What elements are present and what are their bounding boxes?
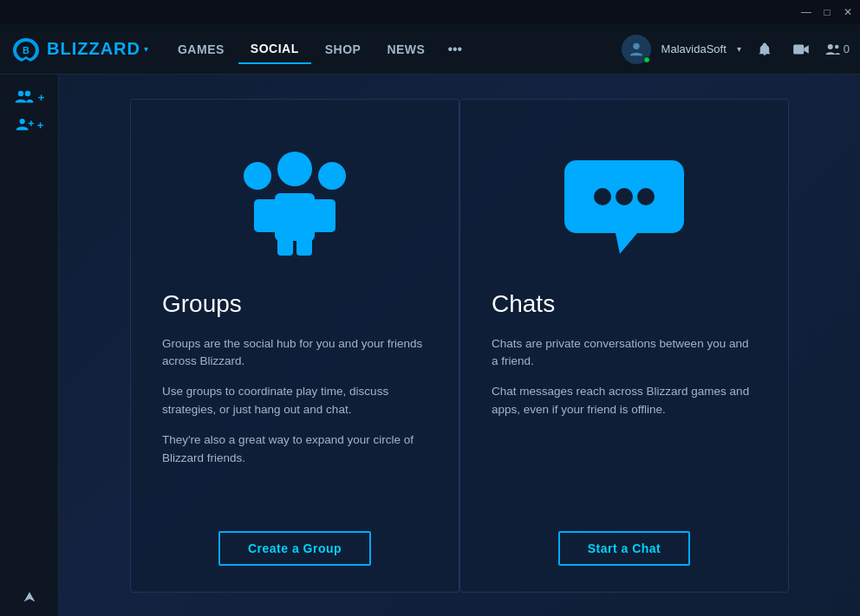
nav-social[interactable]: SOCIAL bbox=[238, 35, 311, 64]
minimize-button[interactable]: — bbox=[799, 5, 813, 19]
create-group-button[interactable]: Create a Group bbox=[218, 531, 371, 566]
svg-rect-16 bbox=[254, 199, 278, 232]
svg-point-8 bbox=[19, 119, 24, 124]
nav-news[interactable]: NEWS bbox=[375, 36, 437, 63]
chats-illustration bbox=[559, 143, 689, 264]
sidebar-arrow-button[interactable] bbox=[23, 589, 36, 606]
svg-point-13 bbox=[244, 162, 271, 190]
nav-games[interactable]: GAMES bbox=[166, 36, 237, 63]
chats-card-description: Chats are private conversations between … bbox=[492, 335, 757, 510]
logo-caret: ▾ bbox=[144, 44, 148, 54]
svg-rect-15 bbox=[275, 193, 315, 241]
svg-point-5 bbox=[835, 44, 839, 49]
title-bar: — □ ✕ bbox=[0, 0, 860, 24]
groups-card-icon bbox=[225, 134, 364, 273]
svg-point-22 bbox=[637, 188, 655, 205]
svg-text:B: B bbox=[23, 45, 29, 55]
friends-button[interactable]: 0 bbox=[824, 42, 850, 56]
close-button[interactable]: ✕ bbox=[841, 5, 855, 19]
group-icon bbox=[14, 88, 35, 106]
chats-card-title: Chats bbox=[492, 290, 555, 318]
chats-desc-1: Chats are private conversations between … bbox=[492, 335, 757, 372]
friends-count-label: 0 bbox=[844, 42, 850, 55]
svg-point-20 bbox=[594, 188, 611, 205]
main-layout: + + bbox=[0, 75, 860, 616]
notifications-button[interactable] bbox=[752, 36, 778, 62]
groups-card-title: Groups bbox=[162, 290, 242, 318]
arrow-icon bbox=[23, 589, 36, 603]
content-area: Groups Groups are the social hub for you… bbox=[59, 75, 860, 616]
person-icon bbox=[15, 116, 34, 133]
username-caret[interactable]: ▾ bbox=[737, 44, 741, 54]
svg-rect-18 bbox=[277, 237, 293, 256]
svg-point-7 bbox=[25, 91, 30, 96]
sidebar-add-friend-label: + bbox=[37, 119, 44, 132]
svg-rect-2 bbox=[793, 44, 804, 54]
groups-illustration bbox=[230, 143, 360, 264]
groups-desc-3: They're also a great way to expand your … bbox=[162, 431, 427, 468]
chats-desc-2: Chat messages reach across Blizzard game… bbox=[492, 383, 757, 419]
nav-more-button[interactable]: ••• bbox=[439, 35, 471, 64]
nav-bar: B BLIZZARD ▾ GAMES SOCIAL SHOP NEWS ••• … bbox=[0, 24, 860, 75]
nav-shop[interactable]: SHOP bbox=[313, 36, 374, 63]
svg-point-1 bbox=[633, 42, 639, 49]
groups-card: Groups Groups are the social hub for you… bbox=[130, 99, 459, 593]
logo[interactable]: B BLIZZARD ▾ bbox=[10, 36, 148, 62]
svg-rect-19 bbox=[296, 237, 312, 256]
username[interactable]: MalavidaSoft bbox=[661, 42, 726, 55]
sidebar: + + bbox=[0, 75, 59, 616]
svg-point-12 bbox=[277, 152, 312, 186]
sidebar-add-group-label: + bbox=[38, 91, 45, 104]
groups-desc-2: Use groups to coordinate play time, disc… bbox=[162, 383, 427, 419]
svg-point-21 bbox=[616, 188, 633, 205]
avatar[interactable] bbox=[622, 35, 651, 64]
bell-icon bbox=[757, 42, 772, 57]
friends-icon bbox=[824, 42, 840, 56]
sidebar-bottom bbox=[23, 589, 36, 606]
svg-marker-3 bbox=[804, 45, 809, 54]
user-icon bbox=[627, 40, 646, 59]
groups-card-description: Groups are the social hub for you and yo… bbox=[162, 335, 427, 510]
nav-right: MalavidaSoft ▾ 0 bbox=[622, 35, 850, 64]
svg-point-14 bbox=[318, 162, 346, 190]
video-button[interactable] bbox=[788, 36, 814, 62]
start-chat-button[interactable]: Start a Chat bbox=[558, 531, 691, 566]
svg-point-4 bbox=[828, 44, 833, 49]
logo-text: BLIZZARD bbox=[47, 39, 140, 59]
chats-card-icon bbox=[555, 134, 694, 273]
add-friend-sidebar-button[interactable]: + bbox=[9, 116, 50, 133]
groups-desc-1: Groups are the social hub for you and yo… bbox=[162, 335, 427, 372]
svg-marker-11 bbox=[23, 592, 35, 601]
camera-icon bbox=[792, 42, 810, 56]
online-status-dot bbox=[643, 56, 650, 63]
nav-items: GAMES SOCIAL SHOP NEWS ••• bbox=[166, 35, 622, 64]
svg-rect-17 bbox=[311, 199, 336, 232]
maximize-button[interactable]: □ bbox=[820, 5, 834, 19]
create-group-sidebar-button[interactable]: + bbox=[9, 88, 50, 106]
svg-point-6 bbox=[18, 91, 23, 96]
chats-card: Chats Chats are private conversations be… bbox=[459, 99, 789, 593]
